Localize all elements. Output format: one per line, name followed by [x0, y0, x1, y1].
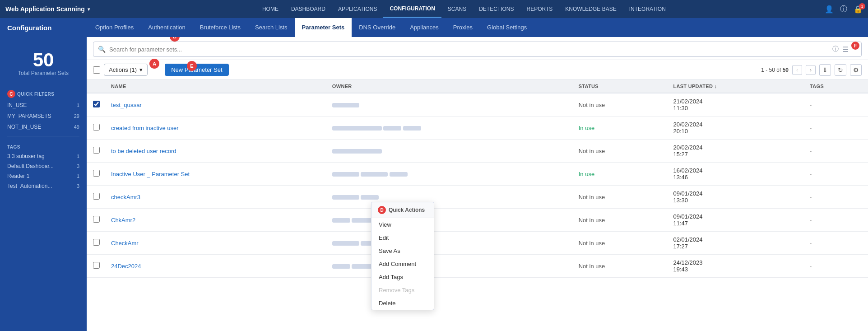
row-owner: [326, 232, 572, 255]
nav-knowledge-base[interactable]: KNOWLEDGE BASE: [559, 0, 622, 18]
tag-default-dashboard[interactable]: Default Dashboar... 3: [0, 161, 87, 171]
user-icon[interactable]: 👤: [825, 5, 834, 14]
search-bar: 🔍 ⓘ ☰ F: [93, 42, 862, 57]
row-status: Not in use: [572, 232, 667, 255]
row-checkbox-cell: [87, 117, 105, 140]
quick-actions-header: D Quick Actions: [371, 202, 434, 218]
row-status: Not in use: [572, 140, 667, 163]
tab-appliances[interactable]: Appliances: [403, 18, 446, 37]
col-owner[interactable]: OWNER: [326, 80, 572, 93]
row-checkbox[interactable]: [93, 101, 100, 107]
filter-my-paramsets[interactable]: MY_PARAMSETS 29: [0, 111, 87, 121]
tab-option-profiles[interactable]: Option Profiles: [88, 18, 141, 37]
row-name-link[interactable]: CheckAmr: [111, 240, 139, 247]
settings-button[interactable]: ⚙: [850, 64, 862, 76]
table-area: NAME OWNER STATUS LAST UPDATED ↓ TAGS te…: [87, 80, 868, 331]
nav-integration[interactable]: INTEGRATION: [623, 0, 672, 18]
row-tags: -: [803, 186, 868, 209]
brand-chevron: ▾: [88, 7, 90, 12]
nav-detections[interactable]: DETECTIONS: [473, 0, 520, 18]
tab-parameter-sets[interactable]: Parameter Sets: [295, 18, 352, 37]
main-layout: 50 Total Parameter Sets C QUICK FILTERS …: [0, 37, 868, 331]
filter-toggle-icon[interactable]: ☰: [842, 45, 849, 54]
row-checkbox[interactable]: [93, 170, 100, 177]
row-checkbox[interactable]: [93, 216, 100, 223]
row-name: to be deleted user record: [105, 140, 326, 163]
col-status[interactable]: STATUS: [572, 80, 667, 93]
qa-save-as[interactable]: Save As: [371, 244, 434, 257]
row-name-link[interactable]: checkAmr3: [111, 194, 140, 200]
nav-dashboard[interactable]: DASHBOARD: [285, 0, 332, 18]
nav-home[interactable]: HOME: [256, 0, 285, 18]
filter-not-in-use[interactable]: NOT_IN_USE 49: [0, 121, 87, 132]
tab-authentication[interactable]: Authentication: [141, 18, 192, 37]
top-nav-right: 👤 ⓘ 🔒 1: [825, 5, 863, 14]
tag-reader[interactable]: Reader 1 1: [0, 171, 87, 181]
row-last-updated: 21/02/202411:30: [667, 93, 803, 117]
qa-add-comment[interactable]: Add Comment: [371, 257, 434, 270]
row-checkbox[interactable]: [93, 193, 100, 200]
qa-edit[interactable]: Edit: [371, 231, 434, 244]
row-name-link[interactable]: Inactive User _ Parameter Set: [111, 171, 190, 177]
actions-button[interactable]: Actions (1) ▾: [104, 64, 148, 76]
search-icon: 🔍: [98, 46, 106, 53]
help-icon[interactable]: ⓘ: [840, 5, 847, 14]
next-page-button[interactable]: ›: [806, 65, 816, 75]
row-name-link[interactable]: ChkAmr2: [111, 217, 135, 224]
row-checkbox[interactable]: [93, 262, 100, 269]
download-button[interactable]: ⇓: [819, 64, 831, 76]
row-checkbox[interactable]: [93, 124, 100, 131]
toolbar: E Actions (1) ▾ A New Parameter Set 1 - …: [87, 60, 868, 80]
table-row: Inactive User _ Parameter Set In use 16/…: [87, 163, 868, 186]
quick-filters-section: C QUICK FILTERS: [0, 85, 87, 100]
row-last-updated: 24/12/202319:43: [667, 255, 803, 278]
qa-delete[interactable]: Delete: [371, 297, 434, 310]
refresh-button[interactable]: ↻: [835, 64, 846, 76]
nav-reports[interactable]: REPORTS: [520, 0, 559, 18]
row-owner: [326, 93, 572, 117]
row-tags: -: [803, 255, 868, 278]
nav-scans[interactable]: SCANS: [441, 0, 473, 18]
nav-applications[interactable]: APPLICATIONS: [332, 0, 383, 18]
search-help-icon[interactable]: ⓘ: [832, 45, 839, 53]
tab-dns-override[interactable]: DNS Override: [352, 18, 403, 37]
tab-bruteforce-lists[interactable]: Bruteforce Lists: [193, 18, 248, 37]
row-checkbox[interactable]: [93, 239, 100, 246]
row-name: created from inactive user: [105, 117, 326, 140]
tab-proxies[interactable]: Proxies: [446, 18, 480, 37]
sub-navigation: Configuration Option Profiles Authentica…: [0, 18, 868, 37]
tab-global-settings[interactable]: Global Settings: [480, 18, 534, 37]
row-name-link[interactable]: to be deleted user record: [111, 148, 176, 154]
row-owner: [326, 163, 572, 186]
app-brand[interactable]: Web Application Scanning ▾: [5, 5, 90, 13]
select-all-checkbox[interactable]: [93, 66, 100, 74]
nav-configuration[interactable]: CONFIGURATION: [383, 0, 441, 18]
tag-test-automation[interactable]: Test_Automation... 3: [0, 181, 87, 191]
prev-page-button[interactable]: ‹: [792, 65, 802, 75]
qa-add-tags[interactable]: Add Tags: [371, 270, 434, 284]
col-last-updated[interactable]: LAST UPDATED ↓: [667, 80, 803, 93]
col-name[interactable]: NAME: [105, 80, 326, 93]
row-name-link[interactable]: created from inactive user: [111, 125, 179, 131]
callout-f: F: [851, 42, 859, 50]
qa-view[interactable]: View: [371, 218, 434, 231]
row-name-link[interactable]: test_quasar: [111, 102, 142, 108]
row-status: Not in use: [572, 93, 667, 117]
table-header-row: NAME OWNER STATUS LAST UPDATED ↓ TAGS: [87, 80, 868, 93]
table-row: to be deleted user record Not in use 20/…: [87, 140, 868, 163]
notifications-icon[interactable]: 🔒 1: [854, 5, 863, 14]
status-badge: Not in use: [579, 240, 605, 247]
col-tags[interactable]: TAGS: [803, 80, 868, 93]
tab-search-lists[interactable]: Search Lists: [248, 18, 295, 37]
quick-filters-title: C QUICK FILTERS: [7, 90, 79, 98]
row-name-link[interactable]: 24Dec2024: [111, 263, 141, 270]
sidebar-total: 50 Total Parameter Sets: [0, 46, 87, 85]
row-name: Inactive User _ Parameter Set: [105, 163, 326, 186]
search-input[interactable]: [109, 46, 832, 53]
row-checkbox[interactable]: [93, 147, 100, 154]
row-name: checkAmr3: [105, 186, 326, 209]
filter-in-use[interactable]: IN_USE 1: [0, 100, 87, 111]
row-status: Not in use: [572, 209, 667, 232]
tag-subuser[interactable]: 3.3 subuser tag 1: [0, 151, 87, 161]
parameter-sets-table: NAME OWNER STATUS LAST UPDATED ↓ TAGS te…: [87, 80, 868, 278]
